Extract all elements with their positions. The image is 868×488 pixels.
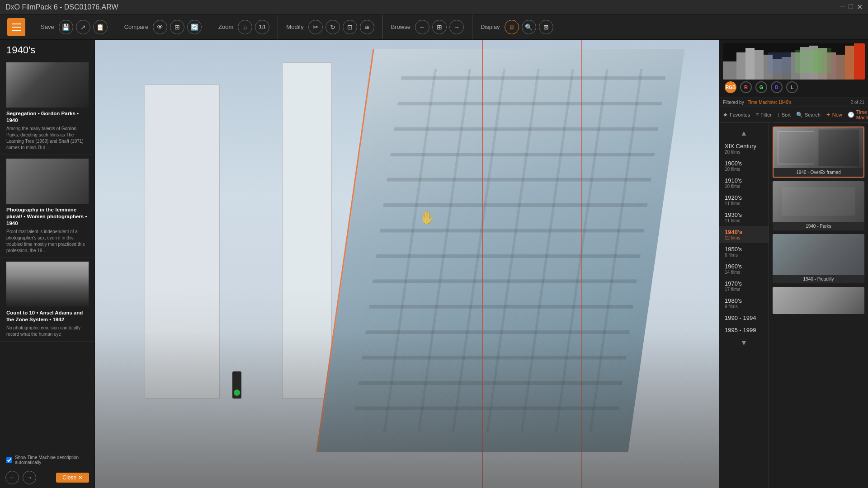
grid-view-btn[interactable]: ⊞ bbox=[432, 20, 447, 34]
channel-r-btn[interactable]: R bbox=[740, 81, 752, 93]
next-photo-btn[interactable]: → bbox=[449, 20, 464, 34]
auto-show-checkbox[interactable] bbox=[6, 457, 12, 463]
modify-label: Modify bbox=[286, 23, 303, 30]
decade-1900s-label: 1900's bbox=[725, 160, 763, 167]
decade-1960s[interactable]: 1960's 14 films bbox=[719, 260, 769, 277]
next-article-btn[interactable]: → bbox=[23, 471, 36, 484]
zoom-label: Zoom bbox=[218, 23, 233, 30]
film-card-1[interactable]: 1940 - OverEx framed bbox=[773, 127, 864, 178]
search-btn[interactable]: 🔍 Search bbox=[796, 112, 821, 118]
film-card-2[interactable]: 1940 - Parks bbox=[773, 181, 864, 230]
decade-1940s[interactable]: 1940's 12 films bbox=[719, 226, 769, 243]
histogram-area: RGB R G B L bbox=[719, 40, 868, 98]
film-preview-svg-1 bbox=[774, 127, 863, 168]
copy-btn[interactable]: 📋 bbox=[93, 20, 108, 34]
svg-rect-3 bbox=[755, 50, 764, 80]
export-btn[interactable]: ↗ bbox=[76, 20, 90, 34]
svg-rect-16 bbox=[813, 48, 831, 73]
decade-xix-label: XIX Century bbox=[725, 143, 763, 150]
decade-1930s[interactable]: 1930's 11 films bbox=[719, 209, 769, 226]
decade-1920s-label: 1920's bbox=[725, 194, 763, 201]
decade-1970s[interactable]: 1970's 17 films bbox=[719, 277, 769, 295]
decade-1910s[interactable]: 1910's 10 films bbox=[719, 174, 769, 192]
film-thumb-3 bbox=[773, 234, 864, 275]
article-card-2[interactable]: Photography in the feminine plural! • Wo… bbox=[0, 155, 94, 258]
adjustments-btn[interactable]: ≋ bbox=[360, 20, 374, 34]
scroll-down-btn[interactable]: ▼ bbox=[719, 336, 769, 350]
decade-1950s[interactable]: 1950's 6 films bbox=[719, 243, 769, 260]
film-card-4[interactable] bbox=[773, 287, 864, 314]
star-icon: ★ bbox=[723, 112, 728, 118]
article-card-1[interactable]: Segregation • Gordon Parks • 1940 Among … bbox=[0, 59, 94, 155]
browse-label: Browse bbox=[391, 23, 410, 30]
close-window-btn[interactable]: ✕ bbox=[857, 3, 863, 11]
time-machine-btn[interactable]: 🕐 Time Machine bbox=[848, 109, 868, 120]
minimize-btn[interactable]: ─ bbox=[840, 3, 845, 11]
new-btn[interactable]: ✦ New bbox=[826, 112, 842, 118]
close-panel-btn[interactable]: Close ✕ bbox=[56, 473, 89, 483]
channel-l-btn[interactable]: L bbox=[786, 81, 798, 93]
reset-compare-btn[interactable]: 🔄 bbox=[187, 20, 202, 34]
decade-1980s-count: 9 films bbox=[725, 304, 763, 309]
maximize-btn[interactable]: □ bbox=[849, 3, 853, 11]
save-btn[interactable]: 💾 bbox=[59, 20, 73, 34]
channel-b-btn[interactable]: B bbox=[771, 81, 783, 93]
crop-btn[interactable]: ✂ bbox=[308, 20, 323, 34]
photo-canvas: ✋ bbox=[95, 40, 719, 488]
prev-article-btn[interactable]: ← bbox=[5, 471, 19, 484]
decade-1980s[interactable]: 1980's 9 films bbox=[719, 295, 769, 312]
before-after-btn[interactable]: 👁 bbox=[153, 20, 167, 34]
compare-label: Compare bbox=[124, 23, 148, 30]
close-label: Close bbox=[62, 474, 76, 481]
film-card-3[interactable]: 1940 - Picadilly bbox=[773, 234, 864, 283]
decade-1900s[interactable]: 1900's 10 films bbox=[719, 157, 769, 174]
new-icon: ✦ bbox=[826, 112, 830, 118]
sort-icon: ↕ bbox=[777, 112, 780, 118]
sort-btn[interactable]: ↕ Sort bbox=[777, 112, 791, 118]
favorites-btn[interactable]: ★ Favorites bbox=[723, 112, 750, 118]
decade-1990-1994-label: 1990 - 1994 bbox=[725, 314, 763, 321]
decade-1990-1994[interactable]: 1990 - 1994 bbox=[719, 312, 769, 324]
fit-btn[interactable]: ⌕ bbox=[238, 20, 252, 34]
article-title-3: Count to 10 • Ansel Adams and the Zone S… bbox=[6, 310, 88, 323]
toolbar-zoom-group: Zoom ⌕ 1:1 bbox=[210, 14, 278, 39]
channel-rgb-btn[interactable]: RGB bbox=[725, 81, 736, 93]
decade-xix[interactable]: XIX Century 20 films bbox=[719, 140, 769, 157]
prev-photo-btn[interactable]: ← bbox=[415, 20, 429, 34]
svg-rect-14 bbox=[854, 43, 865, 80]
decade-1920s-count: 11 films bbox=[725, 201, 763, 206]
film-thumb-2 bbox=[773, 181, 864, 222]
svg-rect-2 bbox=[745, 48, 755, 80]
toolbar-compare-group: Compare 👁 ⊞ 🔄 bbox=[116, 14, 210, 39]
save-label: Save bbox=[41, 23, 54, 30]
svg-rect-1 bbox=[736, 52, 745, 80]
screen-btn[interactable]: 🖥 bbox=[505, 20, 519, 34]
filter-by-label: Filtered by bbox=[723, 100, 744, 105]
scroll-up-btn[interactable]: ▲ bbox=[719, 127, 769, 140]
decade-title: 1940's bbox=[0, 40, 94, 59]
decade-1970s-count: 17 films bbox=[725, 287, 763, 292]
film-thumb-4 bbox=[773, 287, 864, 314]
zoom-100-btn[interactable]: 1:1 bbox=[255, 20, 269, 34]
svg-rect-13 bbox=[845, 46, 854, 80]
titlebar: DxO FilmPack 6 - DSC01076.ARW ─ □ ✕ bbox=[0, 0, 868, 14]
split-btn[interactable]: ⊞ bbox=[170, 20, 184, 34]
decade-1900s-count: 10 films bbox=[725, 167, 763, 172]
svg-rect-0 bbox=[723, 61, 736, 80]
filter-icon: ≡ bbox=[755, 112, 759, 118]
decade-1970s-label: 1970's bbox=[725, 280, 763, 287]
hamburger-btn[interactable] bbox=[7, 18, 25, 36]
titlebar-title: DxO FilmPack 6 - DSC01076.ARW bbox=[5, 3, 118, 11]
zoom-display-btn[interactable]: 🔍 bbox=[522, 20, 536, 34]
rotate-btn[interactable]: ↻ bbox=[326, 20, 340, 34]
auto-show-label[interactable]: Show Time Machine description automatica… bbox=[15, 455, 88, 465]
svg-rect-21 bbox=[773, 234, 864, 275]
filter-btn[interactable]: ≡ Filter bbox=[755, 112, 771, 118]
decade-1995-1999[interactable]: 1995 - 1999 bbox=[719, 324, 769, 336]
channel-g-btn[interactable]: G bbox=[755, 81, 767, 93]
frame-btn[interactable]: ⊡ bbox=[343, 20, 357, 34]
article-card-3[interactable]: Count to 10 • Ansel Adams and the Zone S… bbox=[0, 258, 94, 342]
decade-1920s[interactable]: 1920's 11 films bbox=[719, 192, 769, 209]
options-btn[interactable]: ⊠ bbox=[539, 20, 553, 34]
time-machine-label: Time Machine bbox=[856, 109, 868, 120]
